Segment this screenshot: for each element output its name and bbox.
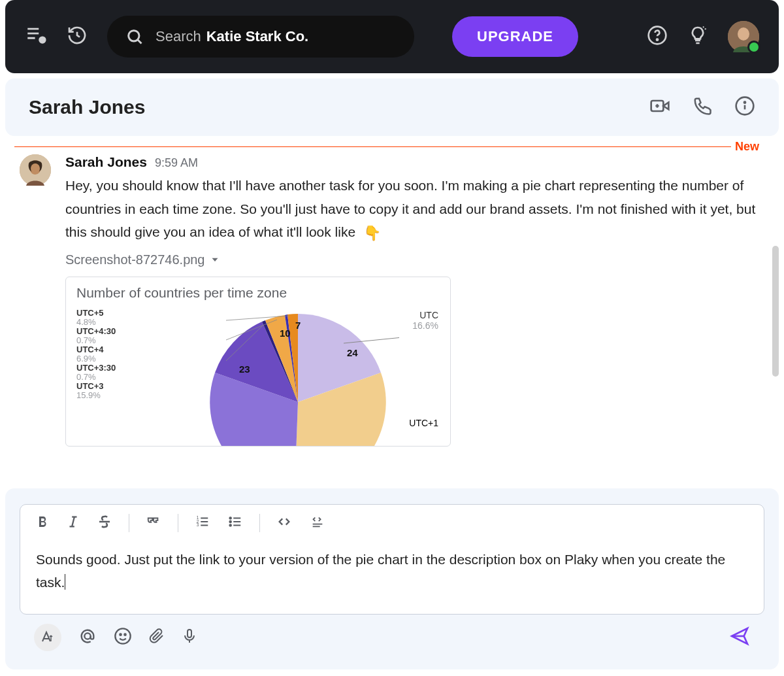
slice-value: 10 [280, 328, 291, 339]
svg-point-23 [115, 628, 130, 643]
code-block-icon[interactable] [308, 515, 327, 532]
svg-point-11 [31, 163, 40, 174]
composer-input[interactable]: Sounds good. Just put the link to your v… [20, 541, 764, 614]
info-icon[interactable] [734, 95, 755, 119]
attachment-name: Screenshot-872746.png [65, 252, 205, 267]
ordered-list-icon[interactable]: 123 [194, 515, 211, 532]
svg-point-21 [229, 524, 231, 526]
unordered-list-icon[interactable] [227, 515, 244, 532]
message-text: Hey, you should know that I'll have anot… [65, 174, 764, 246]
svg-text:3: 3 [197, 522, 199, 527]
svg-point-20 [229, 520, 231, 522]
pointing-down-emoji: 👇 [363, 225, 381, 241]
new-label: New [731, 140, 759, 154]
composer-bottom-bar [20, 615, 764, 654]
message-time: 9:59 AM [155, 156, 198, 170]
avatar-sender[interactable] [20, 154, 51, 186]
message: Sarah Jones 9:59 AM Hey, you should know… [20, 154, 764, 447]
help-icon[interactable] [647, 25, 668, 48]
microphone-icon[interactable] [182, 627, 197, 648]
slice-value: 24 [347, 347, 358, 358]
composer: 123 Sounds good. Just put the link to yo… [5, 488, 779, 669]
emoji-icon[interactable] [114, 627, 132, 648]
svg-point-3 [657, 39, 658, 41]
svg-point-25 [124, 634, 125, 635]
lightbulb-icon[interactable] [687, 25, 708, 48]
svg-point-5 [738, 27, 749, 41]
svg-point-0 [39, 36, 46, 43]
upgrade-button[interactable]: UPGRADE [452, 16, 578, 57]
message-sender: Sarah Jones [65, 154, 147, 170]
composer-box: 123 Sounds good. Just put the link to yo… [20, 504, 764, 615]
topbar: Search Katie Stark Co. UPGRADE [5, 0, 779, 73]
queue-icon[interactable] [25, 24, 47, 49]
history-icon[interactable] [67, 25, 88, 48]
attachment-dropdown[interactable]: Screenshot-872746.png [65, 252, 764, 267]
send-button[interactable] [729, 626, 750, 649]
svg-point-1 [129, 31, 139, 41]
chart-legend-right2: UTC+1 [409, 418, 438, 428]
search-box[interactable]: Search Katie Stark Co. [107, 16, 414, 58]
quote-icon[interactable] [145, 515, 162, 532]
slice-value: 23 [239, 363, 250, 375]
pie-chart: 24 10 7 23 47 [197, 301, 399, 447]
chart-legend-right: UTC 16.6% [412, 310, 438, 331]
attachment-icon[interactable] [149, 627, 165, 648]
svg-point-19 [229, 517, 231, 519]
italic-icon[interactable] [66, 514, 80, 532]
chat-header: Sarah Jones [5, 78, 779, 136]
avatar-me[interactable] [728, 21, 759, 52]
formatting-toolbar: 123 [20, 505, 764, 541]
scrollbar[interactable] [772, 246, 779, 377]
chart-title: Number of countries per time zone [76, 285, 440, 301]
workspace-name: Katie Stark Co. [206, 28, 309, 45]
svg-point-8 [744, 102, 745, 103]
chat-title: Sarah Jones [29, 96, 145, 118]
phone-call-icon[interactable] [693, 96, 712, 118]
chart-legend-left: UTC+54.8% UTC+4:300.7% UTC+46.9% UTC+3:3… [76, 309, 155, 400]
code-icon[interactable] [276, 515, 293, 532]
mention-icon[interactable] [78, 627, 97, 648]
text-format-toggle-icon[interactable] [34, 624, 61, 651]
svg-point-24 [120, 634, 121, 635]
video-call-icon[interactable] [649, 95, 670, 119]
bold-icon[interactable] [35, 514, 50, 532]
search-label: Search [155, 28, 201, 45]
search-icon [125, 27, 144, 46]
message-area: Sarah Jones 9:59 AM Hey, you should know… [5, 154, 779, 462]
chart-attachment[interactable]: Number of countries per time zone UTC+54… [65, 277, 451, 447]
svg-point-22 [84, 633, 90, 639]
strikethrough-icon[interactable] [96, 514, 113, 532]
svg-rect-26 [188, 630, 191, 637]
slice-value: 7 [295, 320, 301, 331]
chevron-down-icon [209, 254, 221, 265]
